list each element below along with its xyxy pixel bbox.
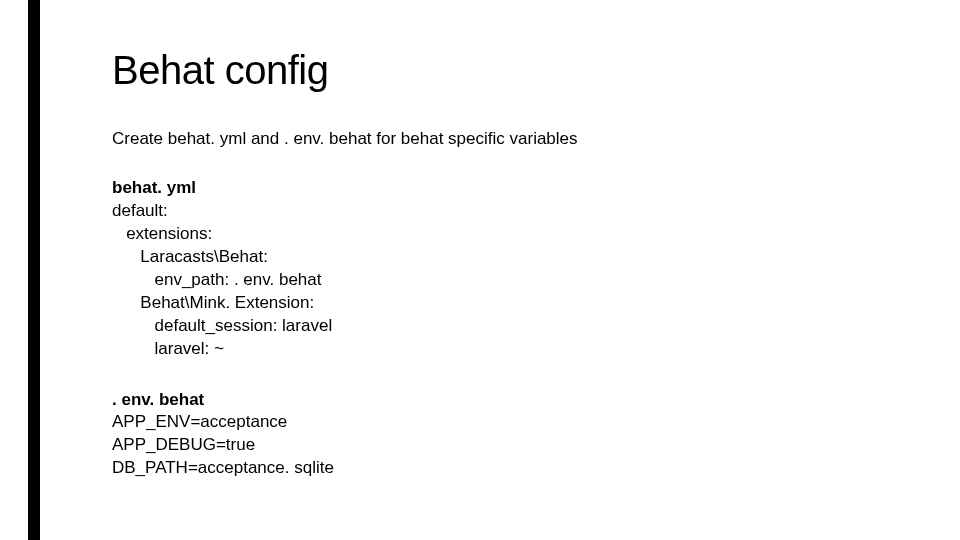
code-line: default_session: laravel xyxy=(112,315,920,338)
slide-content: Behat config Create behat. yml and . env… xyxy=(112,48,920,508)
code-line: APP_DEBUG=true xyxy=(112,434,920,457)
code-line: laravel: ~ xyxy=(112,338,920,361)
code-line: Behat\Mink. Extension: xyxy=(112,292,920,315)
behat-yml-heading: behat. yml xyxy=(112,177,920,200)
code-line: Laracasts\Behat: xyxy=(112,246,920,269)
env-behat-block: . env. behat APP_ENV=acceptance APP_DEBU… xyxy=(112,389,920,481)
code-line: APP_ENV=acceptance xyxy=(112,411,920,434)
slide-accent-bar xyxy=(28,0,40,540)
intro-text: Create behat. yml and . env. behat for b… xyxy=(112,129,920,149)
code-line: env_path: . env. behat xyxy=(112,269,920,292)
slide-title: Behat config xyxy=(112,48,920,93)
code-line: default: xyxy=(112,200,920,223)
behat-yml-block: behat. yml default: extensions: Laracast… xyxy=(112,177,920,361)
env-behat-heading: . env. behat xyxy=(112,389,920,412)
code-line: DB_PATH=acceptance. sqlite xyxy=(112,457,920,480)
code-line: extensions: xyxy=(112,223,920,246)
